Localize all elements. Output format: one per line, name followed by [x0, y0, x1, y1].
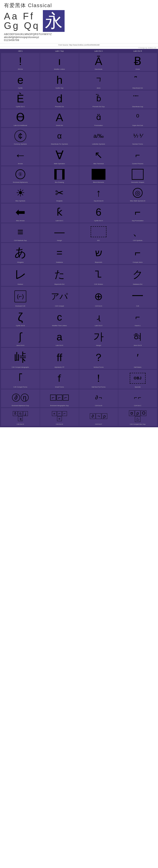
cell-jamo: ᆨ Jamo: [79, 72, 118, 90]
header: 有爱黑体 Classical Aa Ff Gg Qq 永 ABCDEFGHIJK…: [0, 0, 158, 43]
cell-cjk-compat-forms: ｢ CJK Compat Forms: [1, 370, 40, 389]
cell-number-forms: ⅐ ⅟ Number Forms: [118, 128, 157, 146]
cell-modifier-tone: c Modifier Tone Letters: [40, 309, 79, 328]
cell-cyrillic-ext-b: ζ Cyrillic Ext B: [1, 309, 40, 328]
cell-misc-math-b: ◎ Misc Math Symbols B: [118, 185, 157, 203]
cell-half-marks: ′ Half Marks: [118, 348, 157, 369]
cell-ipa-ext: ! IPA Ext: [1, 53, 40, 71]
cell-sup-arrows-b: ↑ Sup Arrows B: [79, 185, 118, 203]
cell-phonetic-ext: d Phonetic Ext: [40, 91, 79, 108]
cell-arrows: ← Arrows: [1, 147, 40, 165]
grid-row-8: ☀ Misc Symbols ✂ Dingbats ↑ Sup Arrows B…: [1, 185, 157, 203]
grid-row-1: ! IPA Ext ı Modifier Letters Ā Diacritic…: [1, 53, 157, 71]
grid-row-17: ｢ CJK Compat Forms ｆ Small Forms ！ Half …: [1, 370, 157, 389]
cell-bopomofo-ext: た Bopomofo Ext: [40, 265, 79, 286]
grid-row-6: ← Arrows ∀ Math Operators ↖ Misc Technic…: [1, 146, 157, 166]
cell-box-drawing: █ Box Drawing: [40, 166, 79, 184]
sample-row1: Aa Ff: [4, 11, 40, 21]
grid-row-16: 峠 CJK Compat Ideographs ff Alphabetic PF…: [1, 348, 157, 369]
col-header-2: Latin Ext A: [79, 50, 118, 53]
cell-super-sub: ⁰ Super And Sub: [118, 109, 157, 127]
cell-modifier-letters: ı Modifier Letters: [40, 53, 79, 71]
grid-row-19: δ η ʝ ʞ CJK Ext D « ⌐ ⌐ « CJK Ext E: [1, 408, 157, 426]
grid-row-3: È Cyrillic Ext C d Phonetic Ext ɓ̈ Phone…: [1, 90, 157, 109]
cell-cjk-compat: アパ CJK Compat: [40, 287, 79, 308]
cell-cjk: 一 CJK: [118, 287, 157, 308]
cell-cjk-compat-ideo: 峠 CJK Compat Ideographs: [1, 348, 40, 369]
cell-cyrillic-ext-x: 6 Cyrillic Ext X: [79, 204, 118, 222]
cell-cjk-ext-d: δ η ʝ ʞ CJK Ext D: [1, 408, 40, 426]
cell-kaurti-li: ⌐ Kaurti Li: [118, 309, 157, 328]
cell-compat-jamo: ⌐ Compat Jamo: [118, 243, 157, 264]
cell-kangxi: — Kangxi: [40, 223, 79, 242]
cell-geometric-shapes: Geometric Shapes: [118, 166, 157, 184]
cell-cjk-ext-b: ∂ ¬ CJK Ext B: [79, 390, 118, 407]
cell-latin-ext-e: a Latin Ext E: [40, 328, 79, 347]
cell-enclosed-ideo-sup: ⌐ ⌐ ⌐ Enclosed Ideographic Sup: [40, 390, 79, 407]
font-title: 有爱黑体 Classical: [4, 2, 154, 9]
cell-small-forms: ｆ Small Forms: [40, 370, 79, 389]
cell-cjk-compat-ideo-sup: ʊ ρ ʘ ♨ CJK Compat Ideo Sup: [118, 408, 157, 426]
alphabet-lower: abcdefghijklmnopqrstuvwxyz: [4, 36, 154, 39]
cell-latin-ext-c: ƙ Latin Ext C: [40, 204, 79, 222]
cell-currency: ¢ Currency Symbols: [1, 128, 40, 146]
cell-cjk-ext-f: ∂ ¬ ρ CJK Ext F: [79, 408, 118, 426]
cell-phonetic-ext-sup: ɓ̈ Phonetic Ext Sup: [79, 91, 118, 108]
grid-row-18: ∂ η Enclosed Alphanum Sup ⌐ ⌐ ⌐ Enclosed…: [1, 389, 157, 407]
cell-diacriticals: Ā Diacriticals: [79, 53, 118, 71]
cell-cyrillic-ext-c: È Cyrillic Ext C: [1, 91, 40, 108]
cell-jamo-ext-b: 혀 Jamo Ext B: [118, 328, 157, 347]
cell-enclosed-alphanum: ① Enclosed Alphanums: [1, 166, 40, 184]
grid-row-7: ① Enclosed Alphanums █ Box Drawing Block…: [1, 166, 157, 184]
grid-row-9: ⬅ Misc Arrows ƙ Latin Ext C 6 Cyrillic E…: [1, 203, 157, 223]
cell-misc-technical: ↖ Misc Technical: [79, 147, 118, 165]
col-header-1: Latin / Sup: [40, 50, 79, 53]
cell-diacriticals-sup: ̈ ̈ Diacriticals Sup: [118, 91, 157, 108]
grid-row-5: ¢ Currency Symbols α Diacriticals For Sy…: [1, 128, 157, 146]
cell-letterlike: a/‰ Letterlike Symbols: [79, 128, 118, 146]
font-source-bar: Font Source: http://www.fontlive.com/fon…: [0, 43, 158, 47]
cell-cjk-ext-e: « ⌐ ⌐ « CJK Ext E: [40, 408, 79, 426]
cell-hiragana: あ Hiragana: [1, 243, 40, 264]
cell-bopomofo: ש Bopomofo: [79, 243, 118, 264]
cell-cyrillic-sup: h Cyrillic Sup: [40, 72, 79, 90]
cell-greek-ext: Α Greek Ext: [40, 109, 79, 127]
cell-punctuation: ɑ̈ Punctuation: [79, 109, 118, 127]
cell-diacriticals-symbols: α Diacriticals For Symbols: [40, 128, 79, 146]
cell-specials: OBJ Specials: [118, 370, 157, 389]
col-header-3: Latin Ext B: [118, 50, 157, 53]
cell-cjk-ext-a: ⊕ CJK Ext A: [79, 287, 118, 308]
grid-row-10: ≡ CJK Radicals Sup — Kangxi IEC 、 CJK Sy…: [1, 223, 157, 243]
col-header-0: ABC1: [1, 50, 40, 53]
cell-diacriticals-ext: ͆ Diacriticals Ext: [118, 72, 157, 90]
cell-iec: IEC: [79, 223, 118, 242]
cell-cjk-strokes: ㇅ CJK Strokes: [79, 265, 118, 286]
cell-cjk-symbols: 、 CJK Symbols: [118, 223, 157, 242]
copyright-bar: © Design by: fontlive.com: [0, 47, 158, 49]
cell-enclosed-cjk: (⌐) Enclosed CJK: [1, 287, 40, 308]
cell-misc-arrows: ⬅ Misc Arrows: [1, 204, 40, 222]
cell-jamo-ext-a: ʃ Jamo Ext A: [1, 328, 40, 347]
cell-misc-symbols: ☀ Misc Symbols: [1, 185, 40, 203]
cell-math-operators: ∀ Math Operators: [40, 147, 79, 165]
latin-samples: Aa Ff Gg Qq: [4, 11, 40, 30]
cell-sup-punctuation: ⌐ Sup Punctuation: [118, 204, 157, 222]
grid-row-13: (⌐) Enclosed CJK アパ CJK Compat ⊕ CJK Ext…: [1, 286, 157, 308]
cell-kanbun: レ Kanbun: [1, 265, 40, 286]
cell-cyrillic: e Cyrillic: [1, 72, 40, 90]
cell-hangul: 가 Hangul: [79, 328, 118, 347]
grid-row-14: ζ Cyrillic Ext B c Modifier Tone Letters…: [1, 308, 157, 328]
grid-row-4: Ɵ Latin Ext Additional Α Greek Ext ɑ̈ Pu…: [1, 109, 157, 127]
cell-cjk-ext-c: ⌐ ⌐ CJK Ext C: [118, 390, 157, 407]
cell-greek: Ƀ Greek: [118, 53, 157, 71]
cell-latin-ext-d: ɻ Latin Ext D: [79, 309, 118, 328]
cell-dingbats: ✂ Dingbats: [40, 185, 79, 203]
cell-enclosed-alphanum-sup: ∂ η Enclosed Alphanum Sup: [1, 390, 40, 407]
cell-cjk-radicals-sup: ≡ CJK Radicals Sup: [1, 223, 40, 242]
cell-latin-ext-add: Ɵ Latin Ext Additional: [1, 109, 40, 127]
cell-block-elements: Block Elements: [79, 166, 118, 184]
grid-row-2: e Cyrillic h Cyrillic Sup ᆨ Jamo ͆ Diacr…: [1, 72, 157, 90]
sample-row2: Gg Qq: [4, 21, 40, 30]
chinese-sample: 永: [43, 10, 65, 32]
cell-katakana: = Katakana: [40, 243, 79, 264]
